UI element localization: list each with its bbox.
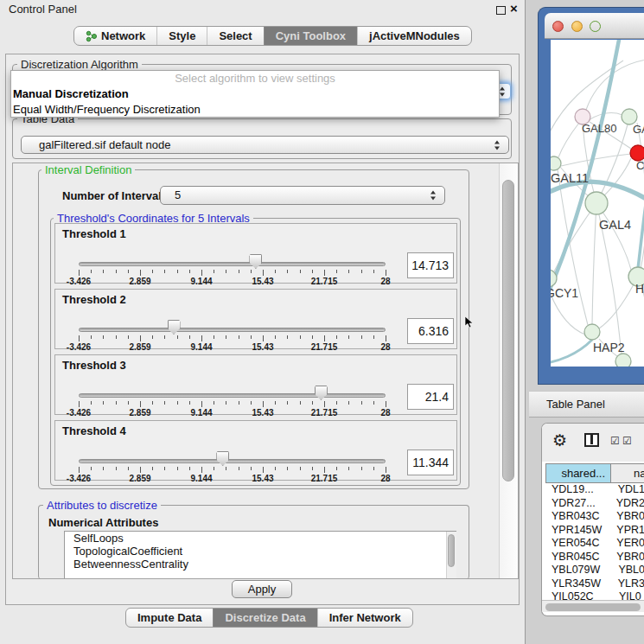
attribute-list-item[interactable]: BetweennessCentrality bbox=[65, 558, 456, 571]
combo-arrows-icon bbox=[494, 140, 501, 150]
table-hscrollbar-track[interactable] bbox=[542, 600, 644, 612]
network-node[interactable] bbox=[585, 192, 608, 214]
cell-shared-name[interactable]: YIL052C bbox=[545, 590, 611, 600]
table-row[interactable]: YBR043CYBR0 bbox=[545, 510, 644, 524]
threshold-slider-track[interactable] bbox=[79, 393, 386, 398]
table-row[interactable]: YDR27...YDR2 bbox=[545, 497, 644, 511]
table-row[interactable]: YPR145WYPR1 bbox=[545, 524, 644, 538]
threshold-slider-track[interactable] bbox=[79, 459, 386, 463]
threshold-slider-thumb[interactable] bbox=[315, 386, 328, 400]
tab-discretize-data[interactable]: Discretize Data bbox=[213, 609, 316, 627]
network-node[interactable] bbox=[615, 354, 631, 367]
threshold-slider-thumb[interactable] bbox=[249, 254, 262, 269]
cell-shared-name[interactable]: YBL079W bbox=[545, 564, 610, 577]
column-header-name[interactable]: na bbox=[611, 463, 644, 483]
close-icon[interactable]: × bbox=[510, 1, 518, 16]
algorithm-option-equal-width[interactable]: Equal Width/Frequency Discretization bbox=[11, 102, 499, 118]
algorithm-popup-hint: Select algorithm to view settings bbox=[11, 71, 499, 86]
mouse-cursor bbox=[464, 316, 475, 328]
node-label: H bbox=[635, 282, 644, 296]
tab-style[interactable]: Style bbox=[156, 27, 207, 45]
threshold-value-field[interactable]: 21.4 bbox=[407, 384, 454, 410]
cell-shared-name[interactable]: YER054C bbox=[545, 537, 609, 551]
bottom-tab-bar: Impute DataDiscretize DataInfer Network bbox=[125, 608, 413, 628]
table-data-combo[interactable]: galFiltered.sif default node bbox=[21, 136, 509, 154]
column-header-shared[interactable]: shared... bbox=[545, 463, 611, 483]
checkbox-select-icon[interactable]: ☑ bbox=[610, 435, 620, 447]
threshold-slider-track[interactable] bbox=[79, 328, 386, 332]
columns-icon[interactable] bbox=[584, 433, 599, 447]
table-hscrollbar-thumb[interactable] bbox=[545, 603, 641, 611]
threshold-slider-thumb[interactable] bbox=[216, 451, 229, 466]
attribute-list-item[interactable]: SelfLoops bbox=[65, 532, 456, 545]
slider-tick-label: 2.859 bbox=[118, 342, 162, 352]
tab-network[interactable]: Network bbox=[74, 27, 156, 45]
table-row[interactable]: YLR345WYLR3 bbox=[545, 577, 644, 591]
network-node[interactable] bbox=[551, 156, 561, 170]
cell-name[interactable]: YDL1 bbox=[610, 483, 644, 497]
checkbox-select-all-icon[interactable]: ☑ bbox=[622, 435, 632, 447]
attributes-scrollbar-thumb[interactable] bbox=[448, 534, 455, 567]
cell-shared-name[interactable]: YPR145W bbox=[545, 524, 609, 538]
network-window-titlebar[interactable] bbox=[545, 13, 644, 39]
minimize-traffic-light-icon[interactable] bbox=[571, 21, 583, 32]
node-label: GAL4 bbox=[599, 218, 631, 232]
cell-shared-name[interactable]: YBR043C bbox=[545, 510, 609, 524]
gear-icon[interactable]: ⚙ bbox=[552, 430, 567, 450]
attribute-list-item[interactable]: TopologicalCoefficient bbox=[65, 545, 456, 558]
tab-select[interactable]: Select bbox=[207, 27, 263, 45]
cell-shared-name[interactable]: YBR045C bbox=[545, 551, 609, 564]
threshold-value-field[interactable]: 11.344 bbox=[407, 450, 454, 475]
slider-tick-label: 15.43 bbox=[241, 277, 284, 286]
threshold-slider-thumb[interactable] bbox=[168, 320, 181, 335]
tab-label: Infer Network bbox=[329, 609, 401, 627]
cell-name[interactable]: YLR3 bbox=[610, 577, 644, 591]
cell-name[interactable]: YBR0 bbox=[609, 510, 644, 524]
apply-button[interactable]: Apply bbox=[232, 580, 292, 598]
num-intervals-label: Number of Intervals bbox=[62, 189, 168, 202]
network-canvas[interactable]: GAL80GACGAL11GAL4GCY1HHAP2 bbox=[551, 40, 644, 367]
float-window-icon[interactable] bbox=[496, 6, 506, 15]
tab-label: Cyni Toolbox bbox=[276, 27, 346, 45]
table-row[interactable]: YBR045CYBR0 bbox=[545, 551, 644, 564]
table-row[interactable]: YIL052CYIL0 bbox=[545, 590, 644, 600]
cell-name[interactable]: YPR1 bbox=[609, 524, 644, 538]
cell-shared-name[interactable]: YDL19... bbox=[545, 483, 610, 497]
zoom-traffic-light-icon[interactable] bbox=[590, 21, 601, 32]
slider-ticks bbox=[79, 270, 386, 277]
cell-name[interactable]: YER0 bbox=[609, 537, 644, 551]
close-traffic-light-icon[interactable] bbox=[552, 21, 564, 32]
numerical-attributes-list[interactable]: SelfLoopsTopologicalCoefficientBetweenne… bbox=[64, 531, 456, 578]
table-row[interactable]: YBL079WYBL0 bbox=[545, 564, 644, 577]
tab-label: Network bbox=[101, 27, 145, 45]
cell-name[interactable]: YBR0 bbox=[609, 551, 644, 564]
table-header-row: shared... na bbox=[545, 463, 644, 483]
slider-tick-label: 2.859 bbox=[118, 474, 162, 483]
threshold-slider-track[interactable] bbox=[79, 262, 386, 266]
tab-impute-data[interactable]: Impute Data bbox=[126, 609, 213, 627]
cell-shared-name[interactable]: YLR345W bbox=[545, 577, 610, 591]
cell-shared-name[interactable]: YDR27... bbox=[545, 497, 609, 511]
table-row[interactable]: YER054CYER0 bbox=[545, 537, 644, 551]
network-node[interactable] bbox=[584, 324, 600, 340]
slider-tick-label: -3.426 bbox=[57, 474, 100, 483]
node-label: C bbox=[636, 159, 644, 172]
slider-tick-label: 21.715 bbox=[303, 342, 346, 352]
attributes-group-title: Attributes to discretize bbox=[43, 500, 161, 511]
table-row[interactable]: YDL19...YDL1 bbox=[545, 483, 644, 497]
tab-jactivemnodules[interactable]: jActiveMNodules bbox=[357, 27, 471, 45]
cell-name[interactable]: YBL0 bbox=[610, 564, 644, 577]
table-toolbar: ⚙ ☑ ☑ bbox=[542, 424, 644, 462]
threshold-label: Threshold 1 bbox=[62, 227, 126, 240]
algorithm-option-manual[interactable]: Manual Discretization bbox=[11, 86, 499, 102]
main-scrollbar-thumb[interactable] bbox=[502, 180, 514, 481]
cell-name[interactable]: YDR2 bbox=[609, 497, 644, 511]
node-label: HAP2 bbox=[593, 341, 625, 354]
threshold-value-field[interactable]: 6.316 bbox=[407, 318, 454, 344]
threshold-value-field[interactable]: 14.713 bbox=[407, 252, 454, 278]
cell-name[interactable]: YIL0 bbox=[611, 590, 641, 600]
tab-cyni-toolbox[interactable]: Cyni Toolbox bbox=[264, 27, 357, 45]
num-intervals-combo[interactable]: 5 bbox=[160, 186, 445, 205]
control-panel-window: Control Panel × NetworkStyleSelectCyni T… bbox=[0, 0, 526, 644]
tab-infer-network[interactable]: Infer Network bbox=[317, 609, 412, 627]
